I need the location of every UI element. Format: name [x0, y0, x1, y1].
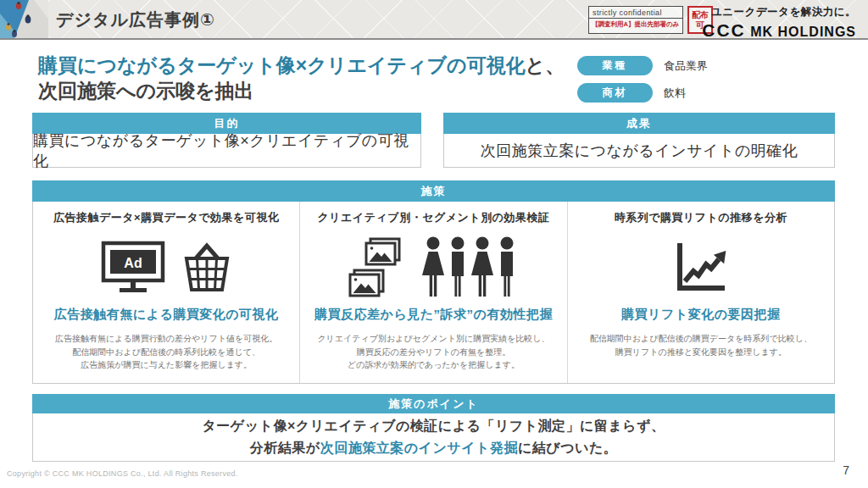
column-description: 配信期間中および配信後の購買データを時系列で比較し、 購買リフトの推移と変化要因…	[590, 332, 812, 358]
column-heading: 広告接触データ×購買データで効果を可視化	[53, 210, 279, 225]
headline: 購買につながるターゲット像×クリエイティブの可視化と、 次回施策への示唆を抽出	[38, 53, 565, 103]
column-heading: クリエイティブ別・セグメント別の効果検証	[318, 210, 550, 225]
product-row: 商材 飲料	[577, 83, 708, 103]
column-subtitle: 広告接触有無による購買変化の可視化	[54, 307, 279, 323]
page-number: 7	[843, 463, 849, 477]
purchase-lift-chart-icon	[670, 240, 732, 296]
result-value: 次回施策立案につながるインサイトの明確化	[444, 134, 834, 167]
product-value: 飲料	[664, 86, 686, 101]
column-icons	[670, 229, 732, 307]
measures-body: 広告接触データ×購買データで効果を可視化 Ad	[33, 202, 834, 383]
confidential-restriction: 【調査利用A】提出先部署のみ	[589, 19, 682, 30]
result-box: 成果 次回施策立案につながるインサイトの明確化	[443, 113, 835, 168]
headline-line1-rest: と、	[526, 54, 565, 76]
column-subtitle: 購買リフト変化の要因把握	[621, 307, 780, 323]
point-line2-pre: 分析結果が	[250, 441, 320, 455]
top-bar: デジタル広告事例① strictly confidential 【調査利用A】提…	[0, 0, 868, 40]
point-line1: ターゲット像×クリエイティブの検証による「リフト測定」に留まらず、	[202, 415, 665, 437]
shopping-basket-icon	[182, 241, 231, 294]
point-body: ターゲット像×クリエイティブの検証による「リフト測定」に留まらず、 分析結果が次…	[33, 413, 834, 460]
column-description: 広告接触有無による購買行動の差分やリフト値を可視化。 配信期間中および配信後の時…	[55, 332, 277, 372]
company-logo: ユニークデータを解決力に。 CCC MK HOLDINGS	[702, 5, 856, 41]
logo-ccc: CCC	[702, 20, 746, 40]
logo-tagline: ユニークデータを解決力に。	[702, 5, 856, 19]
headline-highlight: 購買につながるターゲット像×クリエイティブの可視化	[38, 54, 526, 76]
confidential-label: strictly confidential	[589, 7, 682, 19]
headline-line1: 購買につながるターゲット像×クリエイティブの可視化と、	[38, 53, 565, 78]
logo-name: CCC MK HOLDINGS	[702, 20, 856, 41]
ad-monitor-icon: Ad	[101, 241, 165, 295]
column-icons: Ad	[101, 229, 231, 307]
result-header: 成果	[443, 113, 835, 134]
point-box: 施策のポイント ターゲット像×クリエイティブの検証による「リフト測定」に留まらず…	[32, 394, 835, 462]
measure-column-creative-segment: クリエイティブ別・セグメント別の効果検証	[299, 202, 566, 383]
point-line2-highlight: 次回施策立案のインサイト発掘	[320, 441, 518, 455]
point-line2-post: に結びついた。	[518, 441, 617, 455]
industry-row: 業種 食品業界	[577, 56, 708, 75]
header-photo	[0, 0, 48, 38]
point-line2: 分析結果が次回施策立案のインサイト発掘に結びついた。	[250, 437, 618, 459]
measure-column-time-series: 時系列で購買リフトの推移を分析 購買リフト変化の要因把握 配信期間中および配信後…	[567, 202, 834, 383]
product-badge: 商材	[577, 83, 653, 103]
creative-images-icon	[347, 237, 403, 298]
confidential-box: strictly confidential 【調査利用A】提出先部署のみ	[588, 6, 683, 34]
purpose-value: 購買につながるターゲット像×クリエイティブの可視化	[33, 134, 420, 167]
column-heading: 時系列で購買リフトの推移を分析	[615, 210, 787, 225]
meta-badges: 業種 食品業界 商材 飲料	[577, 56, 708, 110]
industry-value: 食品業界	[664, 58, 708, 74]
measures-box: 施策 広告接触データ×購買データで効果を可視化 Ad	[32, 180, 835, 384]
svg-text:Ad: Ad	[124, 256, 142, 270]
point-header: 施策のポイント	[32, 394, 835, 413]
column-subtitle: 購買反応差から見た”訴求”の有効性把握	[314, 307, 553, 323]
logo-holdings: MK HOLDINGS	[746, 25, 856, 39]
measures-header: 施策	[32, 180, 835, 202]
slide: デジタル広告事例① strictly confidential 【調査利用A】提…	[0, 0, 868, 488]
headline-line2: 次回施策への示唆を抽出	[38, 78, 565, 103]
page-title: デジタル広告事例①	[56, 8, 215, 31]
audience-people-icon	[420, 236, 520, 299]
column-icons	[347, 229, 520, 307]
purpose-box: 目的 購買につながるターゲット像×クリエイティブの可視化	[32, 113, 421, 168]
measure-column-ad-exposure: 広告接触データ×購買データで効果を可視化 Ad	[33, 202, 299, 383]
column-description: クリエイティブ別およびセグメント別に購買実績を比較し、 購買反応の差分やリフトの…	[317, 332, 549, 372]
footer-copyright: Copyright © CCC MK HOLDINGS Co., Ltd. Al…	[7, 469, 238, 478]
industry-badge: 業種	[577, 56, 653, 75]
